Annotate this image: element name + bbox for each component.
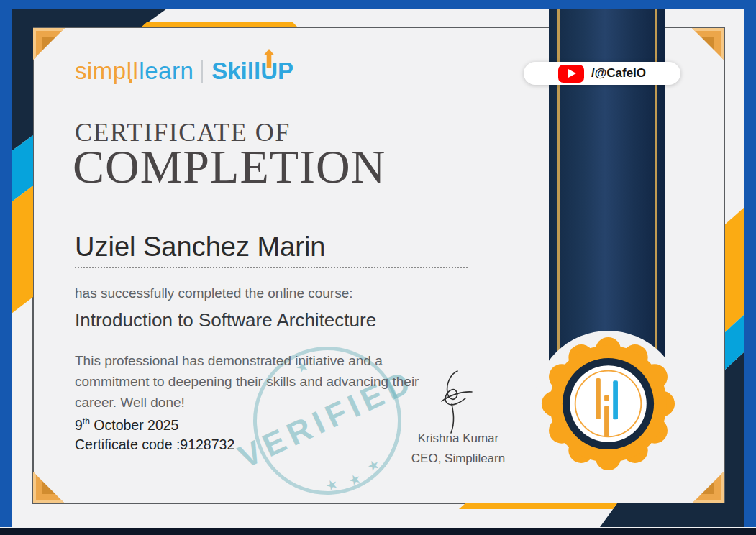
completion-heading: COMPLETION <box>73 140 386 194</box>
youtube-channel-pill[interactable]: /@CafeIO <box>524 62 680 85</box>
simplilearn-skillup-logo: simpl l learn Skill U P <box>75 58 293 85</box>
skillup-wordmark: Skill U P <box>211 58 293 85</box>
logo-learn-text: learn <box>139 58 193 85</box>
skillup-text: Skill <box>211 58 260 85</box>
logo-divider <box>201 60 203 83</box>
frame-left-border <box>0 0 12 527</box>
course-title: Introduction to Software Architecture <box>75 309 376 331</box>
corner-ornament-icon <box>692 28 724 60</box>
name-underline <box>75 267 468 268</box>
skillup-p: P <box>278 58 293 85</box>
certificate-code: Certificate code :9128732 <box>75 436 234 453</box>
skillup-arrow-icon <box>264 49 275 68</box>
frame-right-border <box>744 0 756 527</box>
description-text: This professional has demonstrated initi… <box>75 350 429 413</box>
completion-date: 9th October 2025 <box>75 416 178 434</box>
channel-handle: /@CafeIO <box>591 66 646 81</box>
signature-icon <box>432 368 476 434</box>
logo-i-stem: l <box>133 58 139 85</box>
logo-simpl-text: simpl <box>75 58 132 85</box>
recipient-name: Uziel Sanchez Marin <box>75 232 325 262</box>
corner-ornament-icon <box>692 472 724 503</box>
skillup-medal-icon <box>541 337 675 471</box>
skillup-u: U <box>260 58 278 85</box>
logo-i-dot <box>129 79 132 83</box>
corner-ornament-icon <box>33 472 65 503</box>
corner-ornament-icon <box>33 28 65 60</box>
signatory-title: CEO, Simplilearn <box>393 452 523 466</box>
frame-bottom-border <box>0 528 756 535</box>
intro-text: has successfully completed the online co… <box>75 285 353 301</box>
frame-top-border <box>0 0 756 9</box>
youtube-icon <box>558 65 584 83</box>
certificate-page: ★ VERIFIED ★ ★ ★ simpl l learn Skill U P… <box>0 0 756 535</box>
signatory-name: Krishna Kumar <box>393 431 523 446</box>
